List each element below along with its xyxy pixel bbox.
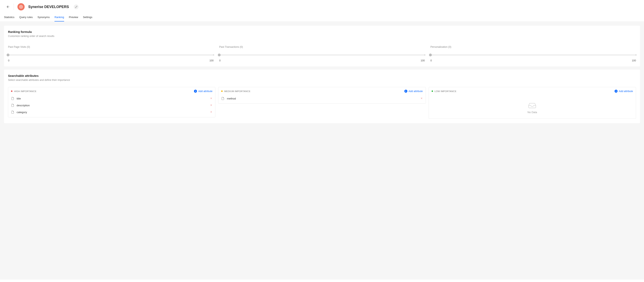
tab-settings[interactable]: Settings [83, 14, 92, 22]
slider-end-dot [424, 54, 426, 56]
pencil-icon [75, 6, 77, 8]
svg-point-1 [21, 7, 22, 8]
slider-label: Past Page Visits (0) [8, 46, 214, 48]
tabs-container: StatisticsQuery rulesSynonymsRankingPrev… [0, 13, 644, 22]
slider-end-dot [636, 54, 636, 56]
arrow-left-icon [6, 5, 10, 9]
inbox-icon [528, 101, 536, 108]
add-attribute-button[interactable]: +Add attribute [404, 90, 423, 93]
slider-track[interactable] [430, 54, 636, 56]
slider-end-dot [213, 54, 214, 56]
remove-attribute-button[interactable] [210, 104, 212, 107]
document-icon [11, 110, 14, 114]
document-icon [11, 104, 14, 107]
slider-track[interactable] [219, 54, 425, 56]
slider-2: Personalization (0)0100 [430, 46, 636, 62]
importance-title: LOW IMPORTANCE [434, 90, 456, 93]
attribute-row[interactable]: description [8, 102, 215, 109]
plus-icon: + [614, 90, 618, 93]
add-attribute-button[interactable]: +Add attribute [614, 90, 633, 93]
empty-state: No Data [429, 95, 636, 119]
remove-attribute-button[interactable] [420, 97, 423, 100]
attribute-name: title [17, 97, 21, 100]
slider-track[interactable] [8, 54, 214, 56]
remove-attribute-button[interactable] [210, 111, 212, 114]
slider-max: 100 [632, 59, 636, 62]
searchable-title: Searchable attributes [8, 74, 636, 77]
importance-title: MEDIUM IMPORTANCE [224, 90, 250, 93]
searchable-attributes-card: Searchable attributes Select searchable … [4, 70, 640, 123]
close-icon [420, 97, 423, 100]
edit-title-button[interactable] [74, 5, 78, 9]
importance-dot-icon [221, 91, 222, 92]
slider-min: 0 [8, 59, 10, 62]
importance-column-low: LOW IMPORTANCE+Add attributeNo Data [428, 87, 636, 119]
no-data-text: No Data [528, 111, 537, 114]
plus-icon: + [404, 90, 407, 93]
slider-max: 100 [210, 59, 214, 62]
close-icon [210, 97, 212, 100]
importance-dot-icon [432, 91, 433, 92]
attribute-name: description [17, 104, 30, 107]
document-icon [11, 97, 14, 100]
attribute-name: method [227, 97, 236, 100]
close-icon [210, 111, 212, 113]
app-icon [18, 3, 25, 11]
importance-dot-icon [11, 91, 12, 92]
add-attribute-label: Add attribute [198, 90, 212, 93]
slider-label: Personalization (0) [430, 46, 636, 48]
attribute-name: category [17, 111, 27, 114]
add-attribute-button[interactable]: +Add attribute [194, 90, 212, 93]
attribute-row[interactable]: title [8, 95, 215, 102]
slider-thumb[interactable] [429, 54, 432, 56]
attribute-row[interactable]: method [218, 95, 426, 102]
searchable-subtitle: Select searchable attributes and define … [8, 79, 636, 81]
ranking-formula-card: Ranking formula Customize ranking order … [4, 26, 640, 66]
slider-thumb[interactable] [218, 54, 220, 56]
importance-title: HIGH IMPORTANCE [14, 90, 36, 93]
add-attribute-label: Add attribute [408, 90, 423, 93]
plus-icon: + [194, 90, 197, 93]
slider-min: 0 [430, 59, 432, 62]
tab-synonyms[interactable]: Synonyms [38, 14, 50, 22]
slider-0: Past Page Visits (0)0100 [8, 46, 214, 62]
importance-column-high: HIGH IMPORTANCE+Add attributetitledescri… [8, 87, 216, 117]
tab-statistics[interactable]: Statistics [4, 14, 14, 22]
page-title: Synerise DEVELOPERS [28, 5, 69, 9]
tab-preview[interactable]: Preview [69, 14, 78, 22]
document-icon [221, 97, 224, 100]
ranking-subtitle: Customize ranking order of search result… [8, 35, 636, 38]
remove-attribute-button[interactable] [210, 97, 212, 100]
ranking-title: Ranking formula [8, 30, 636, 34]
tab-queryrules[interactable]: Query rules [19, 14, 33, 22]
tab-ranking[interactable]: Ranking [54, 14, 64, 22]
slider-label: Past Transactions (0) [219, 46, 425, 48]
slider-1: Past Transactions (0)0100 [219, 46, 425, 62]
attribute-row[interactable]: category [8, 109, 215, 116]
slider-max: 100 [420, 59, 425, 62]
slider-min: 0 [219, 59, 220, 62]
gear-icon [19, 5, 23, 9]
back-button[interactable] [6, 5, 10, 9]
slider-thumb[interactable] [6, 54, 10, 56]
importance-column-medium: MEDIUM IMPORTANCE+Add attributemethod [218, 87, 426, 104]
close-icon [210, 104, 212, 106]
add-attribute-label: Add attribute [619, 90, 633, 93]
